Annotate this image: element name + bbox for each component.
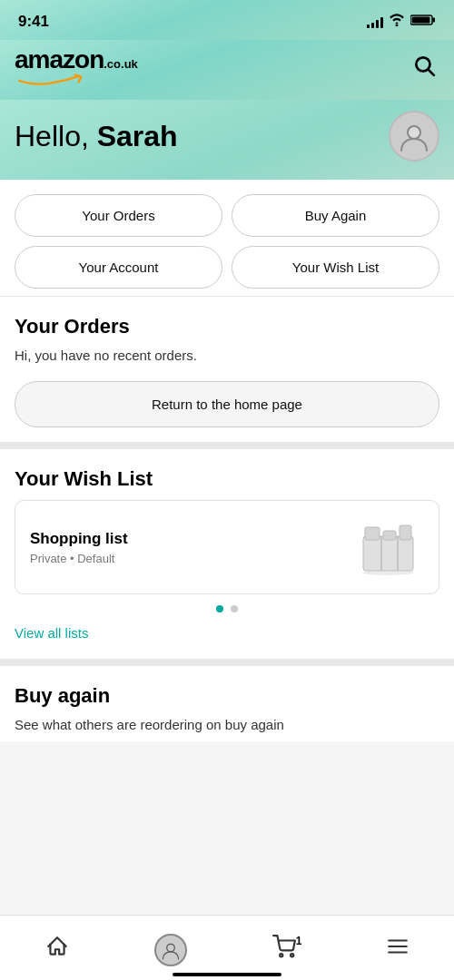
hello-text: Hello, Sarah [15,120,178,153]
avatar[interactable] [389,111,439,162]
status-icons [367,14,436,30]
svg-rect-2 [412,17,430,24]
bottom-spacer [0,741,454,814]
return-home-button[interactable]: Return to the home page [15,381,439,427]
view-all-lists-link[interactable]: View all lists [15,625,439,641]
amazon-wordmark: amazon [15,47,104,73]
wishlist-thumbnail [351,515,424,579]
buy-again-title: Buy again [15,684,439,708]
svg-point-13 [166,944,174,952]
section-divider [0,442,454,449]
profile-avatar [154,934,187,966]
status-time: 9:41 [18,13,49,31]
svg-line-4 [429,69,434,74]
home-indicator [173,973,281,976]
nav-profile[interactable] [114,934,227,966]
list-meta: Private • Default [30,552,128,565]
buy-again-button[interactable]: Buy Again [232,194,439,237]
list-name: Shopping list [30,530,128,548]
greeting-text: Hello, [15,120,97,152]
wishlist-section: Your Wish List Shopping list Private • D… [0,449,454,659]
avatar-icon [398,120,430,152]
amazon-tld: .co.uk [104,57,138,71]
svg-point-5 [408,126,420,139]
your-wish-list-button[interactable]: Your Wish List [232,246,439,289]
cart-count: 1 [296,935,302,947]
nav-menu[interactable] [340,935,454,965]
product-image [354,518,422,577]
nav-home[interactable] [0,935,114,965]
orders-title: Your Orders [15,315,439,338]
home-icon [45,935,69,964]
svg-rect-9 [365,527,380,540]
status-bar: 9:41 [0,0,454,40]
svg-point-15 [291,954,293,956]
buy-again-subtitle: See what others are reordering on buy ag… [15,717,439,732]
cart-icon [272,935,296,964]
dot-1 [216,605,223,612]
wishlist-card[interactable]: Shopping list Private • Default [15,500,439,594]
signal-icon [367,15,383,28]
svg-point-12 [362,570,413,575]
carousel-dots [15,605,439,612]
wishlist-title: Your Wish List [15,467,439,491]
user-name: Sarah [97,120,178,152]
svg-rect-11 [400,525,411,540]
quick-buttons: Your Orders Buy Again Your Account Your … [0,180,454,296]
orders-section: Your Orders Hi, you have no recent order… [0,296,454,442]
hello-section: Hello, Sarah [0,100,454,180]
buy-again-section: Buy again See what others are reordering… [0,659,454,741]
orders-empty-message: Hi, you have no recent orders. [15,348,439,363]
amazon-logo: amazon .co.uk [15,47,138,85]
battery-icon [410,14,436,30]
nav-cart[interactable]: 1 [227,935,340,965]
wifi-icon [389,14,405,30]
search-button[interactable] [409,50,439,83]
home-indicator-wrap [0,969,454,980]
wishlist-card-info: Shopping list Private • Default [30,530,128,565]
dot-2 [231,605,238,612]
amazon-arrow-icon [15,73,87,85]
profile-icon [161,940,181,960]
your-account-button[interactable]: Your Account [15,246,222,289]
header: amazon .co.uk [0,40,454,100]
svg-rect-10 [383,531,396,540]
your-orders-button[interactable]: Your Orders [15,194,222,237]
menu-icon [386,935,410,964]
svg-rect-1 [433,18,436,23]
svg-point-14 [280,954,282,956]
svg-rect-6 [363,536,413,571]
